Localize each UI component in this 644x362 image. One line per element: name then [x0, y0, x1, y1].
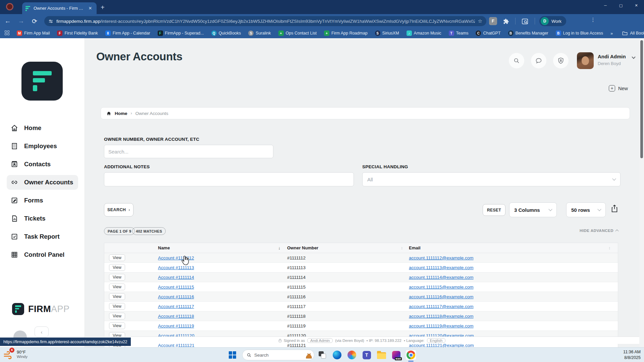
- site-info-icon[interactable]: [48, 19, 53, 24]
- address-bar[interactable]: firmappdemo.firm.app/interest-accounts#e…: [44, 16, 486, 26]
- view-button[interactable]: View: [109, 303, 125, 310]
- sidebar-item-contacts[interactable]: Contacts: [7, 157, 78, 172]
- taskbar-search[interactable]: Search: [242, 350, 314, 360]
- view-button[interactable]: View: [109, 264, 125, 271]
- bookmark-item[interactable]: B Benefits Manager: [508, 31, 548, 36]
- breadcrumb-home-link[interactable]: Home: [115, 111, 127, 116]
- email-link[interactable]: account.1111118@example.com: [409, 314, 474, 319]
- window-close-button[interactable]: ✕: [629, 0, 644, 11]
- email-link[interactable]: account.1111113@example.com: [409, 265, 474, 270]
- bookmark-item[interactable]: B Log in to Blue Access: [556, 31, 603, 36]
- email-link[interactable]: account.1111114@example.com: [409, 275, 474, 280]
- account-link[interactable]: Account #1111115: [158, 285, 194, 290]
- window-maximize-button[interactable]: ▢: [613, 0, 629, 11]
- account-link[interactable]: Account #1111119: [158, 323, 194, 328]
- bookmark-item[interactable]: 8 Firm App - Calendar: [105, 31, 150, 36]
- all-bookmarks-button[interactable]: All Bookmarks: [622, 31, 644, 36]
- tab-close-icon[interactable]: ✕: [87, 5, 93, 11]
- bookmark-item[interactable]: T Teams: [449, 31, 469, 36]
- hide-advanced-toggle[interactable]: HIDE ADVANCED: [580, 229, 618, 233]
- sidebar-item-tickets[interactable]: Tickets: [7, 211, 78, 226]
- view-button[interactable]: View: [109, 313, 125, 319]
- sidebar-collapse-button[interactable]: ‹: [35, 326, 49, 337]
- teams-taskbar-button[interactable]: T: [361, 350, 372, 360]
- forward-button[interactable]: →: [15, 15, 27, 27]
- special-handling-select[interactable]: All: [362, 172, 621, 186]
- column-header-email[interactable]: Email↕: [406, 245, 618, 250]
- edge-taskbar-button[interactable]: [331, 350, 343, 360]
- browser-tab[interactable]: Owner Accounts - Firm App ✕: [22, 2, 97, 14]
- back-button[interactable]: ←: [2, 15, 13, 27]
- sidebar-item-employees[interactable]: Employees: [7, 139, 78, 154]
- browser-menu-icon[interactable]: ⋮: [590, 17, 596, 23]
- admin-shield-button[interactable]: [553, 53, 569, 68]
- global-search-button[interactable]: [509, 53, 524, 68]
- bookmark-star-icon[interactable]: ☆: [478, 18, 482, 24]
- weather-widget[interactable]: 6 90°F Windy: [3, 349, 28, 360]
- browser-profile-button[interactable]: D Work: [539, 16, 566, 26]
- bookmark-item[interactable]: M Firm App Mail: [17, 31, 50, 36]
- bookmark-item[interactable]: + Ops Contact List: [278, 31, 317, 36]
- email-link[interactable]: account.1111116@example.com: [409, 294, 474, 299]
- signed-in-user-chip[interactable]: Andi Admin: [307, 338, 333, 343]
- email-link[interactable]: account.1111117@example.com: [409, 304, 474, 309]
- taskbar-clock[interactable]: 11:36 AM 8/8/2025: [623, 349, 641, 361]
- messages-button[interactable]: [531, 53, 546, 68]
- view-button[interactable]: View: [109, 274, 125, 281]
- bookmark-item[interactable]: F FirmApp - Superad...: [158, 31, 204, 36]
- file-explorer-taskbar-button[interactable]: [376, 350, 387, 360]
- sort-desc-icon[interactable]: ↓: [278, 245, 281, 250]
- language-chip[interactable]: English: [427, 338, 446, 343]
- side-panel-search-icon[interactable]: [521, 17, 529, 26]
- user-avatar[interactable]: [577, 52, 594, 69]
- sidebar-item-home[interactable]: Home: [7, 121, 78, 135]
- sort-icon[interactable]: ↕: [608, 246, 610, 250]
- export-button[interactable]: [611, 204, 618, 214]
- rows-select[interactable]: 50 rows: [566, 202, 606, 217]
- reload-button[interactable]: ⟳: [29, 15, 40, 27]
- extensions-puzzle-icon[interactable]: [502, 17, 511, 26]
- view-button[interactable]: View: [109, 322, 125, 329]
- bookmark-item[interactable]: S SiriusXM: [375, 31, 399, 36]
- sidebar-item-owner-accounts[interactable]: Owner Accounts: [7, 175, 78, 190]
- columns-select[interactable]: 3 Columns: [509, 202, 557, 217]
- sidebar-item-forms[interactable]: Forms: [7, 193, 78, 208]
- sort-icon[interactable]: ↕: [401, 246, 403, 250]
- search-button[interactable]: SEARCH›: [104, 203, 133, 217]
- column-header-owner-number[interactable]: Owner Number↕: [284, 245, 406, 250]
- copilot-taskbar-button[interactable]: [346, 350, 358, 360]
- task-view-button[interactable]: [317, 350, 328, 360]
- bookmark-item[interactable]: ♪ Amazon Music: [407, 31, 441, 36]
- bookmark-item[interactable]: S Suralink: [248, 31, 271, 36]
- extension-f-icon[interactable]: F: [489, 17, 497, 25]
- window-minimize-button[interactable]: ─: [598, 0, 613, 11]
- account-link[interactable]: Account #1111118: [158, 314, 194, 319]
- apps-grid-icon[interactable]: [5, 31, 9, 36]
- new-tab-button[interactable]: +: [101, 4, 105, 11]
- bookmark-item[interactable]: C ChatGPT: [476, 31, 500, 36]
- new-record-button[interactable]: + New: [609, 85, 628, 92]
- view-button[interactable]: View: [109, 284, 125, 290]
- firmapp-logo[interactable]: [21, 62, 63, 101]
- user-menu-chevron-icon[interactable]: [632, 55, 635, 59]
- email-link[interactable]: account.1111115@example.com: [409, 285, 474, 290]
- email-link[interactable]: account.1111112@example.com: [409, 255, 474, 260]
- notes-input[interactable]: [104, 172, 354, 186]
- bookmark-item[interactable]: + Firm App Roadmap: [324, 31, 368, 36]
- sidebar-item-control-panel[interactable]: Control Panel: [7, 247, 78, 262]
- start-button[interactable]: [227, 350, 238, 360]
- bookmarks-overflow-icon[interactable]: »: [610, 31, 613, 36]
- account-link[interactable]: Account #1111114: [158, 275, 194, 280]
- account-link[interactable]: Account #1111117: [158, 304, 194, 309]
- page-scrollbar[interactable]: [639, 38, 644, 347]
- email-link[interactable]: account.1111119@example.com: [409, 323, 474, 328]
- view-button[interactable]: View: [109, 254, 125, 261]
- user-name[interactable]: Andi Admin: [598, 54, 626, 59]
- sidebar-item-task-report[interactable]: Task Report: [7, 229, 78, 244]
- reset-button[interactable]: RESET: [483, 204, 505, 216]
- bookmark-item[interactable]: F First Fidelity Bank: [57, 31, 98, 36]
- bookmark-item[interactable]: Q QuickBooks: [211, 31, 241, 36]
- column-header-name[interactable]: Name↓: [155, 245, 284, 250]
- account-link[interactable]: Account #1111116: [158, 294, 194, 299]
- scrollbar-thumb[interactable]: [640, 40, 643, 158]
